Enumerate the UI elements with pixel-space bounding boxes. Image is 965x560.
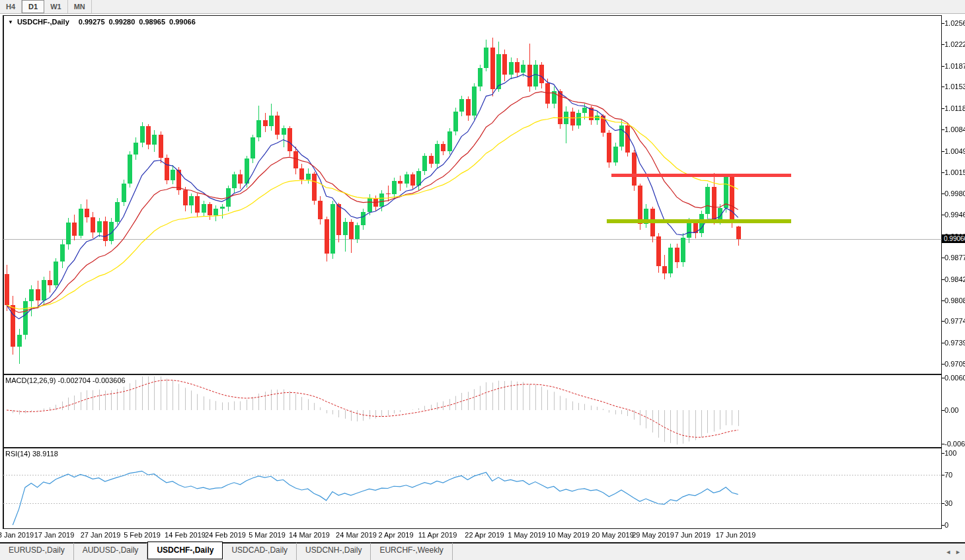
date-axis-label: 5 Feb 2019 — [124, 531, 161, 539]
macd-axis-label: 0.00 — [945, 406, 958, 414]
quote-high: 0.99280 — [109, 18, 135, 26]
rsi-axis-label: 70 — [945, 471, 952, 479]
price-axis-label: 0.98080 — [945, 297, 965, 304]
chart-tabs: EURUSD-,DailyAUDUSD-,DailyUSDCHF-,DailyU… — [0, 543, 453, 560]
tab-eurchf-weekly[interactable]: EURCHF-,Weekly — [371, 543, 452, 560]
chart-dropdown-icon[interactable]: ▼ — [8, 19, 13, 25]
price-axis-label: 0.97740 — [945, 317, 965, 325]
price-axis-label: 1.00150 — [945, 168, 965, 176]
date-axis-label: 5 Mar 2019 — [249, 531, 286, 539]
macd-indicator-label: MACD(12,26,9) -0.002704 -0.003606 — [5, 376, 126, 384]
date-axis-label: 1 May 2019 — [508, 531, 545, 539]
price-axis-label: 1.02560 — [945, 19, 965, 27]
date-axis-label: 24 Mar 2019 — [336, 531, 377, 539]
tab-usdcnh-daily[interactable]: USDCNH-,Daily — [297, 543, 371, 560]
timeframe-button-d1[interactable]: D1 — [22, 0, 44, 13]
price-axis-label: 1.00840 — [945, 125, 965, 133]
price-axis-label: 1.02220 — [945, 40, 965, 48]
tab-scroll-left-icon[interactable]: ◄ — [945, 549, 951, 555]
tab-scroll-right-icon[interactable]: ► — [955, 549, 961, 555]
date-axis-label: 20 May 2019 — [592, 531, 634, 539]
timeframe-toolbar: H4D1W1MN — [0, 0, 965, 14]
timeframe-button-h4[interactable]: H4 — [0, 0, 22, 13]
rsi-axis-label: 30 — [945, 499, 952, 507]
date-axis-label: 17 Jan 2019 — [34, 531, 75, 539]
price-axis-label: 0.98770 — [945, 254, 965, 262]
tab-eurusd-daily[interactable]: EURUSD-,Daily — [0, 543, 74, 560]
timeframe-button-w1[interactable]: W1 — [44, 0, 68, 13]
price-axis-label: 1.01530 — [945, 83, 965, 90]
price-axis-label: 1.00490 — [945, 147, 965, 155]
date-axis-label: 7 Jun 2019 — [675, 531, 711, 539]
date-axis-label: 14 Mar 2019 — [289, 531, 330, 539]
macd-axis-label: 0.006058 — [945, 374, 965, 382]
quote-close: 0.99066 — [169, 18, 196, 26]
date-axis-label: 2 Apr 2019 — [378, 531, 413, 539]
price-axis-label: 0.97050 — [945, 360, 965, 368]
date-axis-label: 8 Jan 2019 — [0, 531, 34, 539]
date-axis-label: 29 May 2019 — [632, 531, 674, 539]
date-axis-label: 11 Apr 2019 — [418, 531, 457, 539]
date-axis-label: 17 Jun 2019 — [716, 531, 756, 539]
macd-axis-label: -0.006096 — [945, 440, 965, 448]
tab-scroll-nav: ◄ ► — [945, 549, 965, 555]
current-price-tag: 0.99066 — [942, 234, 965, 243]
price-axis-label: 1.01870 — [945, 62, 965, 70]
tab-usdchf-daily[interactable]: USDCHF-,Daily — [147, 542, 223, 559]
chart-symbol-title: USDCHF-,Daily — [17, 18, 69, 26]
tab-audusd-daily[interactable]: AUDUSD-,Daily — [74, 543, 148, 560]
price-axis-label: 0.98420 — [945, 275, 965, 283]
date-axis-label: 27 Jan 2019 — [81, 531, 121, 539]
price-axis-label: 0.99800 — [945, 190, 965, 197]
price-axis-label: 0.97390 — [945, 339, 965, 347]
quote-open: 0.99275 — [79, 18, 105, 26]
quote-low: 0.98965 — [139, 18, 165, 26]
mt4-window: H4D1W1MN ▼ USDCHF-,Daily 0.99275 0.99280… — [0, 0, 965, 560]
rsi-axis-label: 100 — [945, 449, 956, 457]
timeframe-button-mn[interactable]: MN — [68, 0, 92, 13]
date-axis-label: 24 Feb 2019 — [205, 531, 246, 539]
date-axis-label: 22 Apr 2019 — [465, 531, 504, 539]
price-axis-label: 0.99460 — [945, 211, 965, 219]
rsi-axis-label: 0 — [945, 521, 948, 529]
chart-title-row: ▼ USDCHF-,Daily 0.99275 0.99280 0.98965 … — [8, 18, 196, 26]
chart-tab-bar: EURUSD-,DailyAUDUSD-,DailyUSDCHF-,DailyU… — [0, 542, 965, 560]
rsi-indicator-label: RSI(14) 38.9118 — [5, 450, 58, 458]
date-axis-label: 14 Feb 2019 — [165, 531, 206, 539]
date-axis-label: 10 May 2019 — [547, 531, 590, 539]
tab-usdcad-daily[interactable]: USDCAD-,Daily — [223, 543, 297, 560]
chart-canvas[interactable] — [0, 0, 965, 560]
price-axis-label: 1.01180 — [945, 104, 965, 112]
